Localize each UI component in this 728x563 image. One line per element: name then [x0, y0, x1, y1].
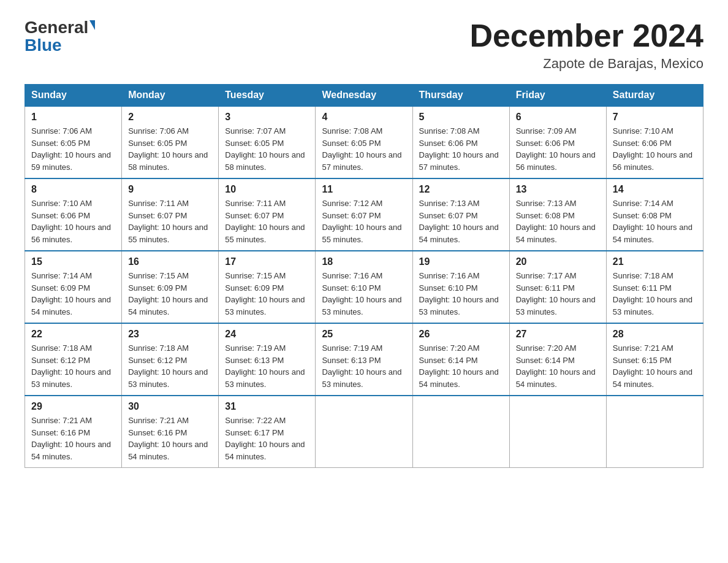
week-row-4: 22 Sunrise: 7:18 AMSunset: 6:12 PMDaylig… [25, 323, 703, 396]
day-number: 6 [516, 112, 600, 123]
day-number: 19 [419, 256, 503, 267]
empty-cell [412, 396, 509, 468]
day-number: 2 [128, 112, 212, 123]
day-info: Sunrise: 7:22 AMSunset: 6:17 PMDaylight:… [225, 416, 305, 461]
day-cell-19: 19 Sunrise: 7:16 AMSunset: 6:10 PMDaylig… [412, 251, 509, 323]
day-number: 29 [31, 401, 115, 412]
day-info: Sunrise: 7:21 AMSunset: 6:16 PMDaylight:… [31, 416, 111, 461]
day-info: Sunrise: 7:19 AMSunset: 6:13 PMDaylight:… [225, 343, 305, 389]
day-cell-17: 17 Sunrise: 7:15 AMSunset: 6:09 PMDaylig… [219, 251, 316, 323]
day-number: 27 [516, 329, 600, 340]
day-cell-29: 29 Sunrise: 7:21 AMSunset: 6:16 PMDaylig… [25, 396, 122, 468]
day-cell-15: 15 Sunrise: 7:14 AMSunset: 6:09 PMDaylig… [25, 251, 122, 323]
logo-triangle-icon [89, 20, 95, 30]
day-number: 9 [128, 184, 212, 195]
day-number: 22 [31, 329, 115, 340]
day-cell-31: 31 Sunrise: 7:22 AMSunset: 6:17 PMDaylig… [219, 396, 316, 468]
day-cell-28: 28 Sunrise: 7:21 AMSunset: 6:15 PMDaylig… [606, 323, 703, 396]
calendar-header-row: SundayMondayTuesdayWednesdayThursdayFrid… [25, 85, 703, 107]
week-row-1: 1 Sunrise: 7:06 AMSunset: 6:05 PMDayligh… [25, 106, 703, 178]
calendar-header-saturday: Saturday [606, 85, 703, 107]
logo-text-blue: Blue [25, 36, 62, 55]
day-info: Sunrise: 7:18 AMSunset: 6:12 PMDaylight:… [31, 343, 111, 389]
day-number: 16 [128, 256, 212, 267]
day-cell-20: 20 Sunrise: 7:17 AMSunset: 6:11 PMDaylig… [509, 251, 606, 323]
day-cell-24: 24 Sunrise: 7:19 AMSunset: 6:13 PMDaylig… [219, 323, 316, 396]
day-info: Sunrise: 7:06 AMSunset: 6:05 PMDaylight:… [128, 126, 208, 172]
day-number: 15 [31, 256, 115, 267]
logo: General Blue [25, 18, 95, 55]
empty-cell [509, 396, 606, 468]
day-info: Sunrise: 7:10 AMSunset: 6:06 PMDaylight:… [613, 126, 692, 172]
day-info: Sunrise: 7:19 AMSunset: 6:13 PMDaylight:… [322, 343, 401, 389]
day-cell-23: 23 Sunrise: 7:18 AMSunset: 6:12 PMDaylig… [122, 323, 219, 396]
day-cell-3: 3 Sunrise: 7:07 AMSunset: 6:05 PMDayligh… [219, 106, 316, 178]
day-cell-6: 6 Sunrise: 7:09 AMSunset: 6:06 PMDayligh… [509, 106, 606, 178]
day-number: 30 [128, 401, 212, 412]
day-number: 3 [225, 112, 309, 123]
day-info: Sunrise: 7:18 AMSunset: 6:11 PMDaylight:… [613, 271, 692, 316]
calendar-table: SundayMondayTuesdayWednesdayThursdayFrid… [25, 84, 703, 468]
day-cell-5: 5 Sunrise: 7:08 AMSunset: 6:06 PMDayligh… [412, 106, 509, 178]
day-number: 17 [225, 256, 309, 267]
day-number: 7 [613, 112, 697, 123]
day-cell-21: 21 Sunrise: 7:18 AMSunset: 6:11 PMDaylig… [606, 251, 703, 323]
day-info: Sunrise: 7:08 AMSunset: 6:06 PMDaylight:… [419, 126, 499, 172]
day-info: Sunrise: 7:13 AMSunset: 6:07 PMDaylight:… [419, 199, 499, 244]
empty-cell [316, 396, 412, 468]
day-info: Sunrise: 7:21 AMSunset: 6:16 PMDaylight:… [128, 416, 208, 461]
day-info: Sunrise: 7:07 AMSunset: 6:05 PMDaylight:… [225, 126, 305, 172]
day-cell-16: 16 Sunrise: 7:15 AMSunset: 6:09 PMDaylig… [122, 251, 219, 323]
day-cell-4: 4 Sunrise: 7:08 AMSunset: 6:05 PMDayligh… [316, 106, 412, 178]
week-row-3: 15 Sunrise: 7:14 AMSunset: 6:09 PMDaylig… [25, 251, 703, 323]
calendar-header-thursday: Thursday [412, 85, 509, 107]
calendar-header-sunday: Sunday [25, 85, 122, 107]
day-cell-9: 9 Sunrise: 7:11 AMSunset: 6:07 PMDayligh… [122, 178, 219, 251]
day-cell-18: 18 Sunrise: 7:16 AMSunset: 6:10 PMDaylig… [316, 251, 412, 323]
day-info: Sunrise: 7:20 AMSunset: 6:14 PMDaylight:… [516, 343, 596, 389]
day-number: 24 [225, 329, 309, 340]
day-number: 13 [516, 184, 600, 195]
day-number: 23 [128, 329, 212, 340]
day-info: Sunrise: 7:12 AMSunset: 6:07 PMDaylight:… [322, 199, 401, 244]
day-info: Sunrise: 7:17 AMSunset: 6:11 PMDaylight:… [516, 271, 596, 316]
calendar-header-tuesday: Tuesday [219, 85, 316, 107]
week-row-2: 8 Sunrise: 7:10 AMSunset: 6:06 PMDayligh… [25, 178, 703, 251]
day-info: Sunrise: 7:11 AMSunset: 6:07 PMDaylight:… [128, 199, 208, 244]
day-number: 25 [322, 329, 406, 340]
day-number: 4 [322, 112, 406, 123]
day-number: 1 [31, 112, 115, 123]
day-cell-7: 7 Sunrise: 7:10 AMSunset: 6:06 PMDayligh… [606, 106, 703, 178]
day-info: Sunrise: 7:16 AMSunset: 6:10 PMDaylight:… [322, 271, 401, 316]
empty-cell [606, 396, 703, 468]
day-number: 21 [613, 256, 697, 267]
day-info: Sunrise: 7:11 AMSunset: 6:07 PMDaylight:… [225, 199, 305, 244]
day-number: 14 [613, 184, 697, 195]
day-info: Sunrise: 7:16 AMSunset: 6:10 PMDaylight:… [419, 271, 499, 316]
day-info: Sunrise: 7:08 AMSunset: 6:05 PMDaylight:… [322, 126, 401, 172]
day-cell-22: 22 Sunrise: 7:18 AMSunset: 6:12 PMDaylig… [25, 323, 122, 396]
day-cell-2: 2 Sunrise: 7:06 AMSunset: 6:05 PMDayligh… [122, 106, 219, 178]
day-info: Sunrise: 7:15 AMSunset: 6:09 PMDaylight:… [225, 271, 305, 316]
day-cell-26: 26 Sunrise: 7:20 AMSunset: 6:14 PMDaylig… [412, 323, 509, 396]
day-number: 26 [419, 329, 503, 340]
logo-text-general: General [25, 18, 88, 37]
day-info: Sunrise: 7:14 AMSunset: 6:08 PMDaylight:… [613, 199, 692, 244]
day-info: Sunrise: 7:21 AMSunset: 6:15 PMDaylight:… [613, 343, 692, 389]
day-number: 5 [419, 112, 503, 123]
calendar-header-friday: Friday [509, 85, 606, 107]
calendar-header-monday: Monday [122, 85, 219, 107]
day-info: Sunrise: 7:15 AMSunset: 6:09 PMDaylight:… [128, 271, 208, 316]
day-number: 8 [31, 184, 115, 195]
day-info: Sunrise: 7:13 AMSunset: 6:08 PMDaylight:… [516, 199, 596, 244]
page-header: General Blue December 2024 Zapote de Bar… [25, 18, 703, 72]
day-cell-12: 12 Sunrise: 7:13 AMSunset: 6:07 PMDaylig… [412, 178, 509, 251]
day-cell-10: 10 Sunrise: 7:11 AMSunset: 6:07 PMDaylig… [219, 178, 316, 251]
day-cell-13: 13 Sunrise: 7:13 AMSunset: 6:08 PMDaylig… [509, 178, 606, 251]
day-info: Sunrise: 7:20 AMSunset: 6:14 PMDaylight:… [419, 343, 499, 389]
day-cell-27: 27 Sunrise: 7:20 AMSunset: 6:14 PMDaylig… [509, 323, 606, 396]
day-number: 20 [516, 256, 600, 267]
day-number: 11 [322, 184, 406, 195]
day-cell-11: 11 Sunrise: 7:12 AMSunset: 6:07 PMDaylig… [316, 178, 412, 251]
calendar-header-wednesday: Wednesday [316, 85, 412, 107]
